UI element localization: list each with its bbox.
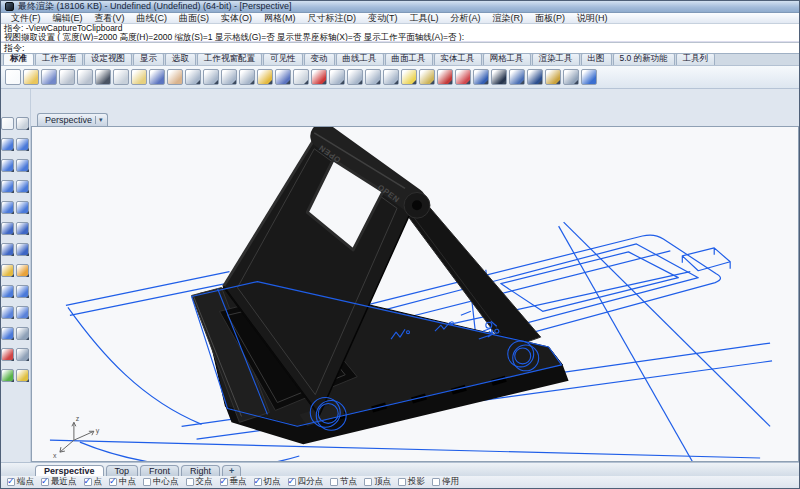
- osnap-mid[interactable]: 中点: [109, 476, 136, 488]
- object-snap-icon[interactable]: [383, 69, 399, 85]
- layer-icon[interactable]: [437, 69, 453, 85]
- osnap-checkbox[interactable]: [432, 478, 440, 486]
- help-icon[interactable]: [581, 69, 597, 85]
- menu-mesh[interactable]: 网格(M): [258, 12, 302, 25]
- undo-view-change-icon[interactable]: [329, 69, 345, 85]
- explode-icon[interactable]: [16, 264, 29, 277]
- tab-new-in-v5[interactable]: 5.0 的新功能: [613, 54, 675, 65]
- surface-icon[interactable]: [1, 222, 14, 235]
- arc-icon[interactable]: [1, 201, 14, 214]
- viewport-canvas[interactable]: OPEN OPEN: [31, 126, 799, 462]
- tab-mesh-tools[interactable]: 网格工具: [483, 54, 531, 65]
- save-icon[interactable]: [41, 69, 57, 85]
- osnap-point[interactable]: 点: [84, 476, 103, 488]
- osnap-checkbox[interactable]: [143, 478, 151, 486]
- menu-transform[interactable]: 变动(T): [362, 12, 404, 25]
- array-icon[interactable]: [16, 327, 29, 340]
- osnap-perpendicular[interactable]: 垂点: [220, 476, 247, 488]
- selection-filter-icon[interactable]: [16, 117, 29, 130]
- menu-render[interactable]: 渲染(R): [487, 12, 530, 25]
- tab-drafting[interactable]: 出图: [581, 54, 612, 65]
- options-icon[interactable]: [563, 69, 579, 85]
- fillet-icon[interactable]: [1, 264, 14, 277]
- delete-icon[interactable]: [95, 69, 111, 85]
- osnap-checkbox[interactable]: [84, 478, 92, 486]
- new-file-icon[interactable]: [5, 69, 21, 85]
- osnap-checkbox[interactable]: [109, 478, 117, 486]
- fly-mode-icon[interactable]: [311, 69, 327, 85]
- grid-snap-icon[interactable]: [16, 348, 29, 361]
- lock-icon[interactable]: [419, 69, 435, 85]
- tab-render-tools[interactable]: 渲染工具: [532, 54, 580, 65]
- viewport-tab-right[interactable]: Right: [181, 465, 220, 476]
- menu-curve[interactable]: 曲线(C): [131, 12, 174, 25]
- tab-surface-tools[interactable]: 曲面工具: [385, 54, 433, 65]
- tab-standard[interactable]: 标准: [3, 54, 34, 65]
- viewport-tab-perspective[interactable]: Perspective: [35, 465, 104, 476]
- zoom-selected-icon[interactable]: [257, 69, 273, 85]
- tab-toolbars[interactable]: 工具列: [676, 54, 716, 65]
- set-cplane-icon[interactable]: [347, 69, 363, 85]
- box-icon[interactable]: [1, 243, 14, 256]
- zoom-window-icon[interactable]: [221, 69, 237, 85]
- osnap-near[interactable]: 最近点: [41, 476, 77, 488]
- paste-icon[interactable]: [131, 69, 147, 85]
- osnap-center[interactable]: 中心点: [143, 476, 179, 488]
- viewport-title-tab[interactable]: Perspective ▾: [37, 113, 108, 126]
- join-icon[interactable]: [1, 327, 14, 340]
- osnap-disable[interactable]: 停用: [432, 476, 459, 488]
- new-viewport-tab-button[interactable]: +: [222, 465, 241, 476]
- viewport-tab-front[interactable]: Front: [140, 465, 179, 476]
- point-icon[interactable]: [16, 138, 29, 151]
- osnap-project[interactable]: 投影: [398, 476, 425, 488]
- chevron-down-icon[interactable]: ▾: [95, 116, 103, 124]
- menu-panels[interactable]: 面板(P): [529, 12, 571, 25]
- control-points-icon[interactable]: [1, 138, 14, 151]
- osnap-checkbox[interactable]: [186, 478, 194, 486]
- ellipse-icon[interactable]: [16, 159, 29, 172]
- tab-solid-tools[interactable]: 实体工具: [434, 54, 482, 65]
- extrude-icon[interactable]: [16, 243, 29, 256]
- copy-view-to-clipboard-icon[interactable]: [77, 69, 93, 85]
- freeform-curve-icon[interactable]: [16, 201, 29, 214]
- menu-view[interactable]: 查看(V): [89, 12, 131, 25]
- lamp-icon[interactable]: [401, 69, 417, 85]
- boolean-difference-icon[interactable]: [16, 285, 29, 298]
- display-mode-icon[interactable]: [455, 69, 471, 85]
- osnap-end[interactable]: 端点: [7, 476, 34, 488]
- osnap-checkbox[interactable]: [398, 478, 406, 486]
- select-icon[interactable]: [1, 117, 14, 130]
- osnap-knot[interactable]: 节点: [330, 476, 357, 488]
- osnap-checkbox[interactable]: [364, 478, 372, 486]
- tab-visibility[interactable]: 可见性: [263, 54, 303, 65]
- pan-icon[interactable]: [167, 69, 183, 85]
- analyze-surface-icon[interactable]: [16, 369, 29, 382]
- trim-icon[interactable]: [1, 306, 14, 319]
- menu-edit[interactable]: 编辑(E): [47, 12, 89, 25]
- polyline-icon[interactable]: [1, 180, 14, 193]
- tab-viewport-layout[interactable]: 工作视窗配置: [197, 54, 262, 65]
- osnap-tangent[interactable]: 切点: [254, 476, 281, 488]
- rendered-viewport-icon[interactable]: [491, 69, 507, 85]
- tab-cplane[interactable]: 工作平面: [35, 54, 83, 65]
- revolve-icon[interactable]: [16, 222, 29, 235]
- menu-file[interactable]: 文件(F): [5, 12, 47, 25]
- menu-tools[interactable]: 工具(L): [404, 12, 445, 25]
- tab-transform[interactable]: 变动: [304, 54, 335, 65]
- menu-analyze[interactable]: 分析(A): [445, 12, 487, 25]
- osnap-checkbox[interactable]: [254, 478, 262, 486]
- zoom-dynamic-icon[interactable]: [203, 69, 219, 85]
- command-input[interactable]: 指令:: [1, 42, 799, 54]
- viewport-tab-top[interactable]: Top: [106, 465, 139, 476]
- open-file-icon[interactable]: [23, 69, 39, 85]
- tab-set-view[interactable]: 设定视图: [84, 54, 132, 65]
- osnap-checkbox[interactable]: [288, 478, 296, 486]
- osnap-vertex[interactable]: 顶点: [364, 476, 391, 488]
- print-icon[interactable]: [59, 69, 75, 85]
- split-icon[interactable]: [16, 306, 29, 319]
- osnap-checkbox[interactable]: [41, 478, 49, 486]
- menu-solid[interactable]: 实体(O): [215, 12, 258, 25]
- copy-icon[interactable]: [113, 69, 129, 85]
- osnap-checkbox[interactable]: [220, 478, 228, 486]
- menu-help[interactable]: 说明(H): [571, 12, 614, 25]
